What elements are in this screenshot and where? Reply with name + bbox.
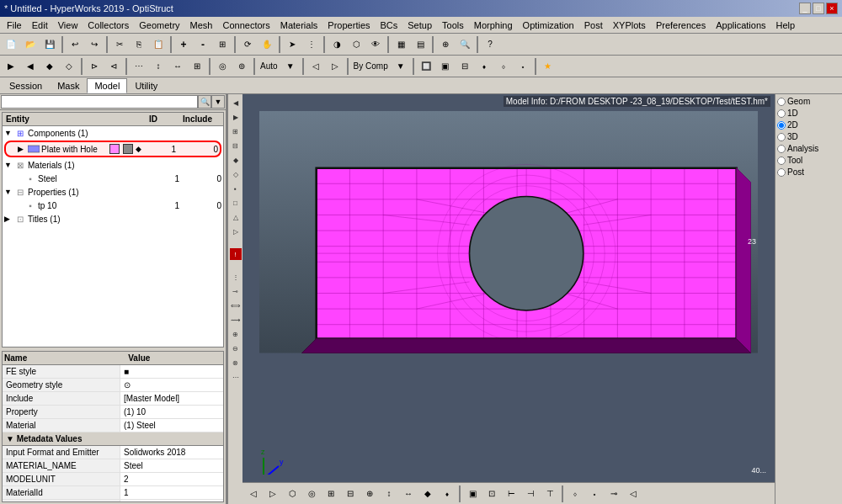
find-button[interactable]: 🔍 xyxy=(456,35,474,54)
open-button[interactable]: 📂 xyxy=(21,35,40,54)
zoom-in-button[interactable]: + xyxy=(174,35,193,54)
tb2-btn4[interactable]: ◇ xyxy=(60,57,78,76)
save-button[interactable]: 💾 xyxy=(40,35,59,54)
close-button[interactable]: × xyxy=(826,3,838,14)
cut-button[interactable]: ✂ xyxy=(110,35,129,54)
radio-tool-input[interactable] xyxy=(777,157,786,165)
menu-item-morphing[interactable]: Morphing xyxy=(469,19,518,32)
vtb-btn1[interactable]: ◀ xyxy=(229,96,242,109)
rotate-button[interactable]: ⟳ xyxy=(238,35,257,54)
tb2-btn5[interactable]: ⊳ xyxy=(85,57,104,76)
vp-btn3[interactable]: ⬡ xyxy=(283,485,301,503)
tb2-btn18[interactable]: ⬧ xyxy=(475,57,493,76)
tb2-btn20[interactable]: ⬩ xyxy=(514,57,532,76)
vp-btn4[interactable]: ◎ xyxy=(302,485,321,503)
expand-plate[interactable]: ▶ xyxy=(18,145,26,153)
menu-item-geometry[interactable]: Geometry xyxy=(134,19,184,32)
tab-session[interactable]: Session xyxy=(2,78,50,93)
tb2-btn11[interactable]: ◎ xyxy=(213,57,232,76)
vp-btn18[interactable]: ⬩ xyxy=(585,485,604,503)
vtb-btn5[interactable]: ◆ xyxy=(229,153,242,167)
vp-btn17[interactable]: ⬨ xyxy=(566,485,584,503)
tab-model[interactable]: Model xyxy=(87,78,127,93)
menu-item-properties[interactable]: Properties xyxy=(322,19,375,32)
expand-materials[interactable]: ▼ xyxy=(4,161,13,169)
search-button[interactable]: 🔍 xyxy=(198,95,211,109)
vp-btn15[interactable]: ⊣ xyxy=(521,485,540,503)
vp-btn10[interactable]: ◆ xyxy=(418,485,437,503)
hide-button[interactable]: 👁 xyxy=(366,35,385,54)
vtb-btn17[interactable]: ⊗ xyxy=(229,356,242,369)
vtb-red-btn[interactable]: ! xyxy=(230,248,242,260)
maximize-button[interactable]: □ xyxy=(813,3,824,14)
tree-item-steel[interactable]: ▪ Steel 1 0 xyxy=(3,172,223,185)
vtb-btn4[interactable]: ⊟ xyxy=(229,139,242,152)
menu-item-collectors[interactable]: Collectors xyxy=(83,19,134,32)
radio-3d-input[interactable] xyxy=(777,133,786,141)
radio-2d[interactable]: 2D xyxy=(777,120,840,130)
menu-item-view[interactable]: View xyxy=(53,19,83,32)
menu-item-post[interactable]: Post xyxy=(579,19,608,32)
expand-components[interactable]: ▼ xyxy=(4,129,13,137)
view1-button[interactable]: ▦ xyxy=(392,35,410,54)
vp-btn12[interactable]: ▣ xyxy=(463,485,482,503)
vp-btn13[interactable]: ⊡ xyxy=(482,485,501,503)
menu-item-connectors[interactable]: Connectors xyxy=(217,19,274,32)
copy-button[interactable]: ⎘ xyxy=(130,35,148,54)
undo-button[interactable]: ↩ xyxy=(66,35,84,54)
radio-3d[interactable]: 3D xyxy=(777,132,840,141)
menu-item-optimization[interactable]: Optimization xyxy=(518,19,579,32)
minimize-button[interactable]: _ xyxy=(799,3,811,14)
vtb-btn2[interactable]: ▶ xyxy=(229,110,242,124)
vp-btn9[interactable]: ↔ xyxy=(399,485,418,503)
menu-item-help[interactable]: Help xyxy=(771,19,801,32)
tree-item-tp10[interactable]: ▪ tp 10 1 0 xyxy=(3,199,223,212)
pan-button[interactable]: ✋ xyxy=(258,35,276,54)
search-options-button[interactable]: ▼ xyxy=(211,95,225,109)
vtb-btn3[interactable]: ⊞ xyxy=(229,125,242,138)
select-button[interactable]: ➤ xyxy=(283,35,301,54)
tb2-btn12[interactable]: ⊚ xyxy=(232,57,251,76)
expand-titles[interactable]: ▶ xyxy=(4,215,13,223)
tb2-btn6[interactable]: ⊲ xyxy=(104,57,123,76)
menu-item-setup[interactable]: Setup xyxy=(402,19,437,32)
vtb-btn13[interactable]: ⟺ xyxy=(229,299,242,312)
search-input[interactable] xyxy=(1,95,198,109)
tb2-btn3[interactable]: ◆ xyxy=(40,57,59,76)
tb2-btn7[interactable]: ⋯ xyxy=(130,57,148,76)
vtb-btn10[interactable]: ▷ xyxy=(229,225,242,238)
tree-item-titles[interactable]: ▶ ⊡ Titles (1) xyxy=(3,212,223,225)
menu-item-applications[interactable]: Applications xyxy=(711,19,770,32)
vtb-btn15[interactable]: ⊕ xyxy=(229,327,242,341)
vp-btn5[interactable]: ⊞ xyxy=(322,485,340,503)
tb2-btn17[interactable]: ⊟ xyxy=(456,57,474,76)
tab-mask[interactable]: Mask xyxy=(50,78,87,93)
tb2-btn14[interactable]: ▷ xyxy=(326,57,344,76)
vtb-btn11[interactable]: ⋮ xyxy=(229,270,242,284)
auto-dropdown[interactable]: ▼ xyxy=(281,57,300,76)
mesh-button[interactable]: ⋮ xyxy=(302,35,321,54)
vp-btn8[interactable]: ↕ xyxy=(380,485,398,503)
zoom-out-button[interactable]: - xyxy=(194,35,212,54)
menu-item-file[interactable]: File xyxy=(2,19,27,32)
tb2-btn16[interactable]: ▣ xyxy=(436,57,455,76)
radio-analysis-input[interactable] xyxy=(777,145,786,153)
radio-geom[interactable]: Geom xyxy=(777,97,840,106)
radio-geom-input[interactable] xyxy=(777,98,786,106)
vp-btn2[interactable]: ▷ xyxy=(264,485,282,503)
radio-1d[interactable]: 1D xyxy=(777,109,840,118)
wire-button[interactable]: ⬡ xyxy=(347,35,365,54)
star-button[interactable]: ★ xyxy=(539,57,557,76)
vtb-btn7[interactable]: ▪ xyxy=(229,182,242,195)
tree-item-components[interactable]: ▼ ⊞ Components (1) xyxy=(3,126,223,140)
new-button[interactable]: 📄 xyxy=(2,35,20,54)
vtb-btn14[interactable]: ⟿ xyxy=(229,313,242,326)
menu-item-xyplots[interactable]: XYPlots xyxy=(608,19,651,32)
vp-btn6[interactable]: ⊟ xyxy=(341,485,360,503)
paste-button[interactable]: 📋 xyxy=(149,35,168,54)
mesh-viewport[interactable] xyxy=(259,111,758,353)
vtb-btn16[interactable]: ⊖ xyxy=(229,342,242,355)
vtb-btn9[interactable]: △ xyxy=(229,210,242,224)
vtb-btn6[interactable]: ◇ xyxy=(229,167,242,181)
vtb-btn8[interactable]: □ xyxy=(229,196,242,210)
